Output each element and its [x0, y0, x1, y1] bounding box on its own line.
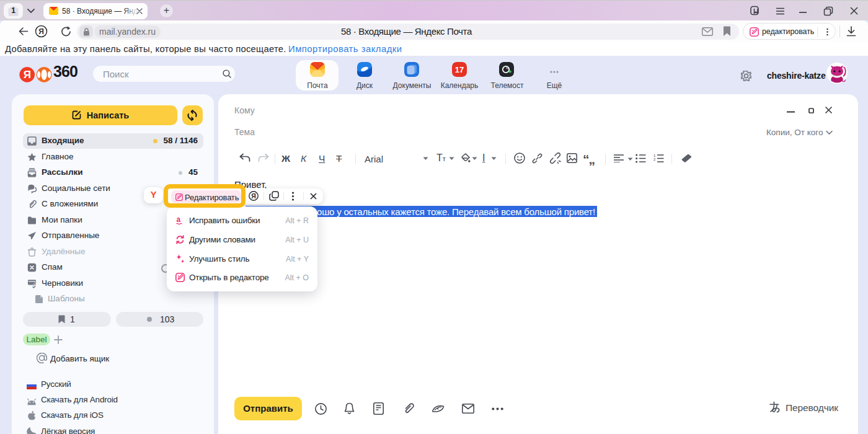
svg-text:Я: Я	[24, 69, 31, 81]
svg-text:2: 2	[653, 157, 656, 161]
svg-text:a: a	[177, 216, 181, 224]
svg-text:Я: Я	[38, 27, 44, 36]
svg-text:Я: Я	[251, 192, 256, 200]
svg-text:17: 17	[455, 65, 464, 74]
